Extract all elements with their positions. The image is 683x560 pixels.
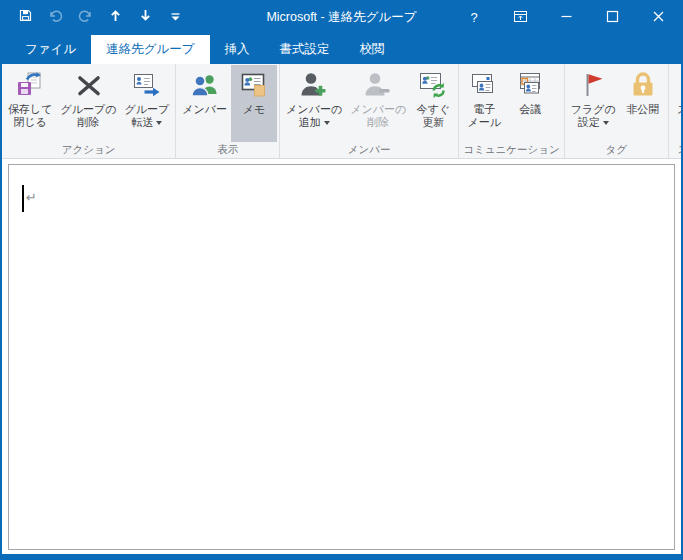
ribbon-tab-bar: ファイル 連絡先グループ 挿入 書式設定 校閲 <box>2 35 681 64</box>
meeting-icon <box>514 67 546 103</box>
ribbon-group-zoom: ズーム ズーム <box>669 64 681 158</box>
quick-access-toolbar <box>2 5 188 31</box>
add-members-button[interactable]: メンバーの 追加 <box>282 65 346 142</box>
ribbon-group-tags: フラグの 設定 非公開 タグ <box>565 64 669 158</box>
tab-review[interactable]: 校閲 <box>345 35 400 64</box>
ribbon-group-label: アクション <box>2 142 175 158</box>
move-up-button[interactable] <box>102 5 128 31</box>
up-arrow-icon <box>107 7 124 28</box>
meeting-button[interactable]: 会議 <box>507 65 553 142</box>
email-button[interactable]: 電子 メール <box>461 65 507 142</box>
ribbon-group-actions: 保存して 閉じる グループの 削除 グループ 転送 <box>2 64 176 158</box>
ribbon: 保存して 閉じる グループの 削除 グループ 転送 <box>2 64 681 159</box>
undo-button[interactable] <box>42 5 68 31</box>
add-member-icon <box>298 67 330 103</box>
minimize-button[interactable] <box>543 0 589 35</box>
save-icon <box>17 7 34 28</box>
delete-group-icon <box>73 67 105 103</box>
redo-button[interactable] <box>72 5 98 31</box>
magnifier-icon <box>678 67 681 103</box>
private-button[interactable]: 非公開 <box>620 65 666 142</box>
notes-editor-area: ↵ <box>2 159 681 554</box>
maximize-button[interactable] <box>589 0 635 35</box>
title-bar: Microsoft - 連絡先グループ ? <box>2 0 681 35</box>
help-icon: ? <box>470 10 477 25</box>
window-controls: ? <box>451 0 681 35</box>
ribbon-group-members: メンバーの 追加 メンバーの 削除 今すぐ 更新 <box>280 64 459 158</box>
dropdown-arrow-icon <box>603 121 609 125</box>
forward-group-icon <box>131 67 163 103</box>
help-button[interactable]: ? <box>451 0 497 35</box>
follow-up-flag-button[interactable]: フラグの 設定 <box>567 65 620 142</box>
maximize-icon <box>604 8 621 28</box>
members-icon <box>189 67 221 103</box>
close-icon <box>650 8 667 28</box>
forward-group-button[interactable]: グループ 転送 <box>121 65 174 142</box>
ribbon-group-communication: 電子 メール 会議 コミュニケーション <box>459 64 564 158</box>
members-view-button[interactable]: メンバー <box>178 65 231 142</box>
close-button[interactable] <box>635 0 681 35</box>
lock-icon <box>627 67 659 103</box>
redo-icon <box>77 7 94 28</box>
delete-group-button[interactable]: グループの 削除 <box>57 65 121 142</box>
dropdown-arrow-icon <box>324 121 330 125</box>
contact-group-window: Microsoft - 連絡先グループ ? <box>0 0 683 560</box>
ribbon-group-label: ズーム <box>669 142 681 158</box>
ribbon-display-options-icon <box>512 8 529 28</box>
customize-qat-button[interactable] <box>162 5 188 31</box>
save-button[interactable] <box>12 5 38 31</box>
notes-view-button[interactable]: メモ <box>231 65 277 142</box>
zoom-button[interactable]: ズーム <box>671 65 681 142</box>
remove-member-icon <box>362 67 394 103</box>
move-down-button[interactable] <box>132 5 158 31</box>
ribbon-group-label: 表示 <box>176 142 279 158</box>
text-caret <box>22 185 24 212</box>
remove-member-button: メンバーの 削除 <box>346 65 410 142</box>
tab-insert[interactable]: 挿入 <box>210 35 265 64</box>
tab-format-text[interactable]: 書式設定 <box>265 35 345 64</box>
ribbon-group-label: タグ <box>565 142 668 158</box>
notes-icon <box>238 67 270 103</box>
tab-file[interactable]: ファイル <box>10 35 91 64</box>
flag-icon <box>577 67 609 103</box>
update-now-button[interactable]: 今すぐ 更新 <box>410 65 456 142</box>
customize-qat-icon <box>169 9 182 27</box>
save-and-close-icon <box>14 67 46 103</box>
undo-icon <box>47 7 64 28</box>
down-arrow-icon <box>137 7 154 28</box>
ribbon-group-label: コミュニケーション <box>459 142 563 158</box>
update-now-icon <box>417 67 449 103</box>
notes-input[interactable]: ↵ <box>8 164 675 550</box>
dropdown-arrow-icon <box>156 121 162 125</box>
ribbon-group-label: メンバー <box>280 142 458 158</box>
email-icon <box>468 67 500 103</box>
ribbon-display-options-button[interactable] <box>497 0 543 35</box>
tab-contact-group[interactable]: 連絡先グループ <box>91 35 209 64</box>
minimize-icon <box>558 8 575 28</box>
ribbon-group-show: メンバー メモ 表示 <box>176 64 280 158</box>
save-and-close-button[interactable]: 保存して 閉じる <box>4 65 57 142</box>
paragraph-mark: ↵ <box>26 190 37 205</box>
